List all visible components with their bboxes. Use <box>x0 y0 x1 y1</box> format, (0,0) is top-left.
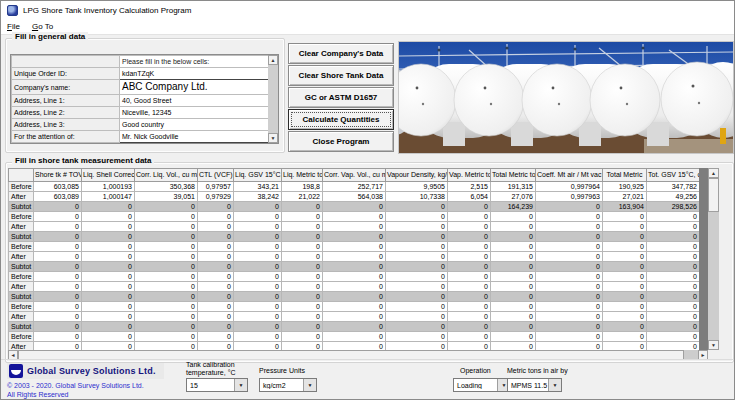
clear-shore-tank-data-button[interactable]: Clear Shore Tank Data <box>288 65 394 86</box>
measurement-cell[interactable]: 0 <box>386 212 448 222</box>
measurement-cell[interactable]: 0 <box>198 252 234 262</box>
measurement-cell[interactable]: 38,242 <box>234 192 282 202</box>
measurement-cell[interactable]: 0 <box>282 302 323 312</box>
chevron-down-icon[interactable]: ▼ <box>234 379 247 391</box>
tank-temp-select[interactable]: 15 ▼ <box>186 378 248 392</box>
measurement-cell[interactable]: 0 <box>198 332 234 342</box>
measurement-cell[interactable]: 0 <box>34 332 82 342</box>
measurement-cell[interactable]: 0,997964 <box>536 182 603 192</box>
measurement-cell[interactable]: 0 <box>34 252 82 262</box>
measurement-cell[interactable]: 0 <box>34 222 82 232</box>
measurement-cell[interactable]: 0 <box>448 252 491 262</box>
field-value[interactable]: ABC Company Ltd. <box>120 80 273 95</box>
measurement-cell[interactable]: 0 <box>282 212 323 222</box>
measurement-cell[interactable]: 0 <box>448 282 491 292</box>
measurement-cell[interactable]: 0 <box>234 312 282 322</box>
measurement-cell[interactable]: 0 <box>234 282 282 292</box>
measurement-cell[interactable]: 0 <box>135 282 198 292</box>
measurement-cell[interactable]: 0 <box>647 332 700 342</box>
measurement-cell[interactable]: 0 <box>448 332 491 342</box>
measurement-cell[interactable]: 0 <box>448 312 491 322</box>
measurement-cell[interactable]: 0 <box>82 212 135 222</box>
gc-or-astm-button[interactable]: GC or ASTM D1657 <box>288 87 394 108</box>
measurement-cell[interactable]: 0 <box>603 242 647 252</box>
measurement-cell[interactable]: 0 <box>323 332 386 342</box>
measurement-cell[interactable]: 0 <box>82 272 135 282</box>
close-program-button[interactable]: Close Program <box>288 131 394 152</box>
measurement-cell[interactable]: 0 <box>323 272 386 282</box>
measurement-cell[interactable]: 0 <box>198 282 234 292</box>
measurement-cell[interactable]: 49,256 <box>647 192 700 202</box>
measurement-cell[interactable]: 39,051 <box>135 192 198 202</box>
field-value[interactable]: kdanTZqK <box>120 68 273 80</box>
measurement-cell[interactable]: 0 <box>82 252 135 262</box>
measurement-cell[interactable]: 0 <box>491 312 536 322</box>
measurement-cell[interactable]: 0 <box>448 222 491 232</box>
measurement-cell[interactable]: 0 <box>198 312 234 322</box>
measurement-cell[interactable]: 0 <box>536 212 603 222</box>
measurement-cell[interactable]: 0 <box>82 312 135 322</box>
measurement-cell[interactable]: 0 <box>386 332 448 342</box>
pressure-units-select[interactable]: kg/cm2 ▼ <box>259 378 317 392</box>
measurement-cell[interactable]: 9,9505 <box>386 182 448 192</box>
measurement-cell[interactable]: 0 <box>386 242 448 252</box>
measurement-cell[interactable]: 0 <box>135 222 198 232</box>
measurement-cell[interactable]: 0 <box>323 222 386 232</box>
measurement-cell[interactable]: 0 <box>386 312 448 322</box>
measurement-cell[interactable]: 0 <box>135 252 198 262</box>
measurement-cell[interactable]: 0 <box>491 222 536 232</box>
measurement-cell[interactable]: 0 <box>282 282 323 292</box>
menu-item-file[interactable]: File <box>1 21 26 32</box>
measurement-cell[interactable]: 0 <box>386 252 448 262</box>
measurement-cell[interactable]: 0 <box>647 272 700 282</box>
measurement-cell[interactable]: 0 <box>536 302 603 312</box>
measurement-cell[interactable]: 0 <box>135 212 198 222</box>
measurement-cell[interactable]: 0 <box>234 302 282 312</box>
measurement-cell[interactable]: 1,000193 <box>82 182 135 192</box>
scrollbar-thumb[interactable] <box>708 178 719 212</box>
calculate-quantities-button[interactable]: Calculate Quantities <box>288 109 394 130</box>
measurement-cell[interactable]: 190,925 <box>603 182 647 192</box>
field-value[interactable]: Good country <box>120 119 273 131</box>
measurement-cell[interactable]: 0 <box>647 252 700 262</box>
menu-item-goto[interactable]: Go To <box>26 21 59 32</box>
measurement-cell[interactable]: 2,515 <box>448 182 491 192</box>
measurement-cell[interactable]: 27,021 <box>603 192 647 202</box>
measurement-cell[interactable]: 0 <box>647 312 700 322</box>
measurement-cell[interactable]: 6,054 <box>448 192 491 202</box>
measurement-cell[interactable]: 0 <box>198 302 234 312</box>
measurement-cell[interactable]: 0 <box>234 272 282 282</box>
measurement-cell[interactable]: 0 <box>448 272 491 282</box>
measurement-cell[interactable]: 0 <box>536 312 603 322</box>
measurement-cell[interactable]: 0 <box>323 212 386 222</box>
measurement-cell[interactable]: 0 <box>282 272 323 282</box>
measurement-cell[interactable]: 0 <box>491 302 536 312</box>
measurement-cell[interactable]: 0 <box>82 282 135 292</box>
scroll-down-icon[interactable]: ▼ <box>708 340 719 350</box>
measurement-cell[interactable]: 0 <box>647 222 700 232</box>
measurement-cell[interactable]: 0 <box>491 282 536 292</box>
general-scrollbar[interactable]: ▲ ▼ <box>268 55 278 143</box>
measurement-cell[interactable]: 0 <box>198 212 234 222</box>
measurement-cell[interactable]: 0 <box>135 312 198 322</box>
operation-select[interactable]: Loading ▼ <box>453 378 511 392</box>
measurement-cell[interactable]: 0 <box>198 222 234 232</box>
measurement-cell[interactable]: 0 <box>647 212 700 222</box>
measurement-cell[interactable]: 0 <box>234 252 282 262</box>
scroll-up-icon[interactable]: ▲ <box>268 55 278 65</box>
measurement-cell[interactable]: 0 <box>135 272 198 282</box>
measurement-cell[interactable]: 0 <box>282 222 323 232</box>
measurement-cell[interactable]: 0 <box>323 312 386 322</box>
measurement-cell[interactable]: 0 <box>135 332 198 342</box>
measurement-cell[interactable]: 0 <box>34 302 82 312</box>
measurement-cell[interactable]: 0 <box>603 222 647 232</box>
measurement-cell[interactable]: 603,085 <box>34 182 82 192</box>
field-value[interactable]: Mr. Nick Goodville <box>120 131 273 143</box>
measurement-cell[interactable]: 0 <box>386 302 448 312</box>
measurement-cell[interactable]: 0,97929 <box>198 192 234 202</box>
measurement-cell[interactable]: 0 <box>603 302 647 312</box>
measurement-cell[interactable]: 1,000147 <box>82 192 135 202</box>
measurement-cell[interactable]: 0 <box>234 212 282 222</box>
measurement-cell[interactable]: 0 <box>491 212 536 222</box>
measurement-cell[interactable]: 191,315 <box>491 182 536 192</box>
